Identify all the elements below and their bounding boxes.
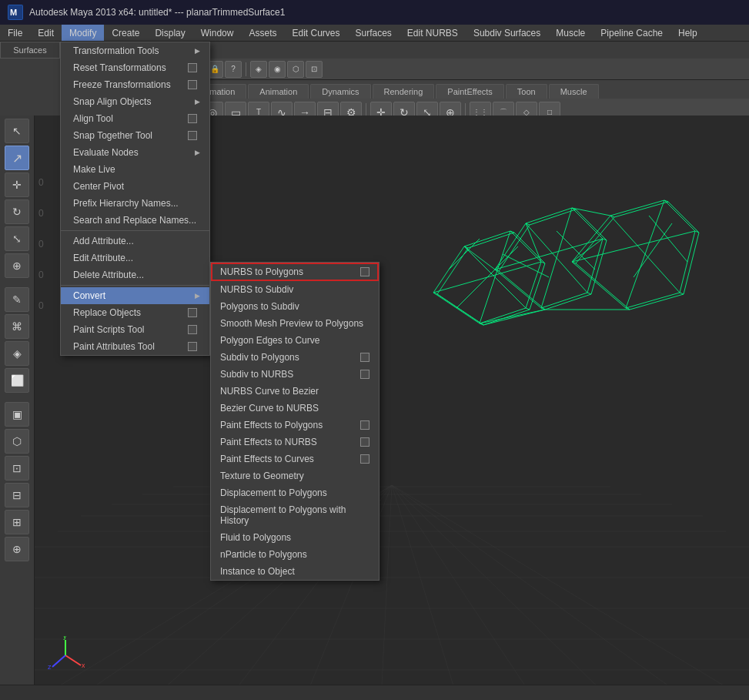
sidebar-sculpt[interactable]: ⌘ [5,314,29,339]
convert-paintfx-nurbs[interactable]: Paint Effects to NURBS [211,434,379,450]
sidebar-tool15[interactable]: ⊕ [5,537,29,561]
convert-paintfx-curves[interactable]: Paint Effects to Curves [211,450,379,467]
modify-item-align-tool[interactable]: Align Tool [61,110,209,127]
menu-display[interactable]: Display [147,25,192,41]
toolbar-btn-13[interactable]: ⊡ [306,61,323,78]
svg-text:y: y [63,636,67,640]
convert-bezier-to-nurbs[interactable]: Bezier Curve to NURBS [211,400,379,417]
menu-window[interactable]: Window [193,25,242,41]
menu-muscle[interactable]: Muscle [548,25,593,41]
svg-text:x: x [82,661,85,669]
svg-text:M: M [10,8,17,17]
svg-line-46 [495,239,603,270]
sidebar-move[interactable]: ✛ [5,172,29,197]
toolbar-btn-9[interactable]: ? [225,61,242,78]
modify-item-transformation-tools[interactable]: Transformation Tools ▶ [61,42,209,59]
modify-item-snap-align[interactable]: Snap Align Objects ▶ [61,93,209,110]
option-box [360,454,369,464]
modify-item-delete-attribute[interactable]: Delete Attribute... [61,266,209,283]
menu-file[interactable]: File [0,25,30,41]
option-box [188,325,197,334]
menu-pipeline-cache[interactable]: Pipeline Cache [593,25,670,41]
option-box [188,308,197,317]
modify-dropdown: Transformation Tools ▶ Reset Transformat… [60,42,210,356]
convert-fluid-polygons[interactable]: Fluid to Polygons [211,529,379,546]
menu-assets[interactable]: Assets [241,25,284,41]
tab-muscle[interactable]: Muscle [549,84,599,99]
modify-item-freeze[interactable]: Freeze Transformations [61,76,209,93]
svg-line-35 [587,293,591,294]
surfaces-label: Surfaces [0,42,60,59]
toolbar-btn-12[interactable]: ⬡ [287,61,304,78]
convert-polygons-to-subdiv[interactable]: Polygons to Subdiv [211,298,379,315]
convert-smooth-preview[interactable]: Smooth Mesh Preview to Polygons [211,315,379,332]
convert-displacement-polygons[interactable]: Displacement to Polygons [211,484,379,501]
modify-item-edit-attribute[interactable]: Edit Attribute... [61,250,209,266]
viewport-num-5: 0 [38,300,44,311]
modify-item-add-attribute[interactable]: Add Attribute... [61,233,209,250]
convert-nurbs-to-polygons[interactable]: NURBS to Polygons [211,263,379,281]
axis-indicator: x y z [46,636,85,677]
svg-line-29 [526,308,530,310]
tab-painteffects[interactable]: PaintEffects [436,84,504,99]
left-sidebar: ↖ ↗ ✛ ↻ ⤡ ⊕ ✎ ⌘ ◈ ⬜ ▣ ⬡ ⊡ ⊟ ⊞ ⊕ [0,116,35,700]
option-box [188,80,197,89]
sidebar-rotate[interactable]: ↻ [5,199,29,224]
modify-item-paint-scripts[interactable]: Paint Scripts Tool [61,321,209,338]
arrow-icon: ▶ [195,149,200,156]
convert-instance-object[interactable]: Instance to Object [211,563,379,580]
tab-dynamics[interactable]: Dynamics [310,84,370,99]
svg-line-60 [437,294,483,325]
menu-create[interactable]: Create [104,25,147,41]
menu-edit[interactable]: Edit [30,25,62,41]
modify-item-snap-together[interactable]: Snap Together Tool [61,127,209,144]
menu-edit-curves[interactable]: Edit Curves [284,25,347,41]
convert-nurbs-curve-bezier[interactable]: NURBS Curve to Bezier [211,383,379,400]
tab-rendering[interactable]: Rendering [373,84,435,99]
modify-item-replace-objects[interactable]: Replace Objects [61,304,209,321]
modify-item-reset[interactable]: Reset Transformations [61,59,209,76]
sidebar-scale[interactable]: ⤡ [5,226,29,251]
modify-item-search-replace[interactable]: Search and Replace Names... [61,212,209,229]
sidebar-select[interactable]: ↖ [5,119,29,143]
status-bar [0,685,749,700]
option-box [188,131,197,140]
sidebar-arrow[interactable]: ↗ [5,146,29,170]
menu-modify[interactable]: Modify [62,25,104,41]
tab-animation[interactable]: Animation [248,84,309,99]
modify-item-center-pivot[interactable]: Center Pivot [61,178,209,195]
sidebar-tool13[interactable]: ⊟ [5,483,29,507]
convert-polygon-edges-to-curve[interactable]: Polygon Edges to Curve [211,332,379,349]
menu-subdiv-surfaces[interactable]: Subdiv Surfaces [466,25,548,41]
convert-displacement-history[interactable]: Displacement to Polygons with History [211,501,379,529]
convert-paintfx-polygons[interactable]: Paint Effects to Polygons [211,417,379,434]
modify-item-paint-attributes[interactable]: Paint Attributes Tool [61,338,209,355]
sidebar-tool11[interactable]: ⬡ [5,429,29,454]
toolbar-btn-10[interactable]: ◈ [250,61,267,78]
sidebar-tool10[interactable]: ▣ [5,402,29,427]
sidebar-tool8[interactable]: ◈ [5,341,29,366]
sidebar-tool5[interactable]: ⊕ [5,253,29,278]
modify-item-evaluate-nodes[interactable]: Evaluate Nodes ▶ [61,144,209,161]
convert-nurbs-to-subdiv[interactable]: NURBS to Subdiv [211,281,379,298]
menu-surfaces[interactable]: Surfaces [348,25,400,41]
modify-item-convert[interactable]: Convert ▶ [61,287,209,304]
sidebar-tool9[interactable]: ⬜ [5,368,29,393]
modify-item-make-live[interactable]: Make Live [61,161,209,178]
menu-help[interactable]: Help [670,25,705,41]
toolbar-btn-11[interactable]: ◉ [269,61,286,78]
convert-texture-geometry[interactable]: Texture to Geometry [211,467,379,484]
convert-subdiv-to-polygons[interactable]: Subdiv to Polygons [211,349,379,366]
convert-subdiv-to-nurbs[interactable]: Subdiv to NURBS [211,366,379,383]
option-box [188,63,197,72]
sidebar-paint[interactable]: ✎ [5,287,29,312]
svg-line-67 [65,655,81,665]
sidebar-tool12[interactable]: ⊡ [5,456,29,481]
convert-submenu: NURBS to Polygons NURBS to Subdiv Polygo… [210,262,380,581]
tab-toon[interactable]: Toon [506,84,547,99]
svg-line-71 [52,655,65,667]
sidebar-tool14[interactable]: ⊞ [5,510,29,534]
convert-nparticle-polygons[interactable]: nParticle to Polygons [211,546,379,563]
menu-edit-nurbs[interactable]: Edit NURBS [400,25,466,41]
modify-item-prefix[interactable]: Prefix Hierarchy Names... [61,195,209,212]
